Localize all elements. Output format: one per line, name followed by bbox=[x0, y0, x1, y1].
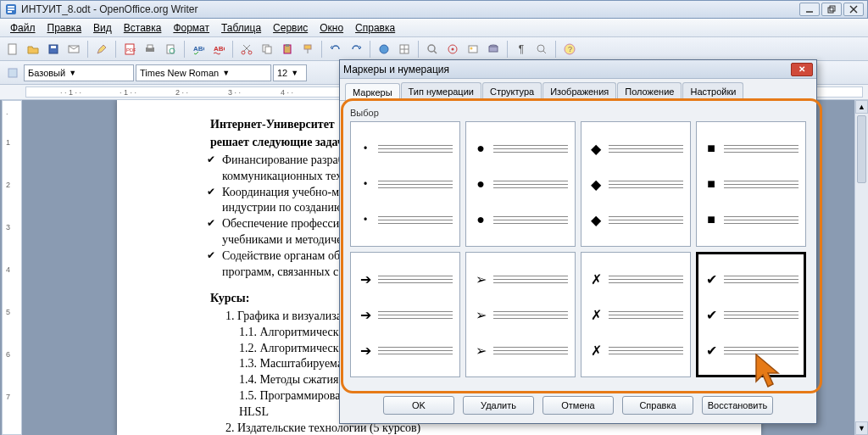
svg-rect-9 bbox=[8, 44, 16, 54]
menu-edit[interactable]: Правка bbox=[42, 20, 87, 36]
copy-button[interactable] bbox=[258, 40, 276, 59]
standard-toolbar: PDF ABC ABC ¶ ? bbox=[0, 37, 868, 61]
paste-button[interactable] bbox=[278, 40, 297, 59]
font-combo[interactable]: Times New Roman▼ bbox=[136, 64, 271, 81]
menu-view[interactable]: Вид bbox=[88, 20, 117, 36]
navigator-button[interactable] bbox=[443, 40, 462, 59]
dialog-titlebar[interactable]: Маркеры и нумерация ✕ bbox=[340, 60, 816, 79]
dialog-tabs: Маркеры Тип нумерации Структура Изображе… bbox=[340, 79, 816, 101]
menu-file[interactable]: Файл bbox=[5, 20, 41, 36]
scroll-down-icon[interactable]: ▼ bbox=[855, 421, 868, 435]
gallery-button[interactable] bbox=[464, 40, 482, 59]
size-combo[interactable]: 12▼ bbox=[273, 64, 307, 81]
zoom-button[interactable] bbox=[532, 40, 551, 59]
preview-button[interactable] bbox=[161, 40, 180, 59]
menu-table[interactable]: Таблица bbox=[216, 20, 266, 36]
tab-position[interactable]: Положение bbox=[617, 82, 682, 100]
svg-rect-6 bbox=[830, 6, 835, 11]
tab-options[interactable]: Настройки bbox=[682, 82, 743, 100]
print-button[interactable] bbox=[141, 40, 159, 59]
cut-button[interactable] bbox=[237, 40, 256, 59]
svg-rect-24 bbox=[265, 47, 271, 53]
spellcheck-button[interactable]: ABC bbox=[189, 40, 208, 59]
find-button[interactable] bbox=[423, 40, 442, 59]
scroll-thumb[interactable] bbox=[857, 115, 866, 183]
svg-line-34 bbox=[434, 51, 437, 53]
cursor-annotation-icon bbox=[753, 353, 787, 392]
vertical-scrollbar[interactable]: ▲ ▼ bbox=[854, 100, 868, 435]
delete-button[interactable]: Удалить bbox=[463, 396, 534, 415]
svg-rect-37 bbox=[469, 46, 477, 53]
redo-button[interactable] bbox=[347, 40, 365, 59]
bullet-option-3[interactable]: ■ ■ ■ bbox=[696, 121, 806, 247]
help-button[interactable]: Справка bbox=[622, 396, 693, 415]
svg-point-36 bbox=[452, 47, 454, 50]
pdf-button[interactable]: PDF bbox=[120, 40, 139, 59]
minimize-button[interactable] bbox=[799, 3, 820, 16]
menubar: Файл Правка Вид Вставка Формат Таблица С… bbox=[0, 19, 868, 37]
ok-button[interactable]: OK bbox=[383, 396, 454, 415]
menu-format[interactable]: Формат bbox=[168, 20, 214, 36]
svg-rect-27 bbox=[304, 45, 311, 49]
help-button[interactable]: ? bbox=[560, 40, 579, 59]
svg-rect-26 bbox=[286, 44, 289, 47]
app-icon bbox=[4, 3, 18, 16]
reset-button[interactable]: Восстановить bbox=[702, 396, 773, 415]
menu-window[interactable]: Окно bbox=[314, 20, 348, 36]
menu-tools[interactable]: Сервис bbox=[268, 20, 313, 36]
bullet-option-2[interactable]: ◆ ◆ ◆ bbox=[581, 121, 691, 247]
svg-point-41 bbox=[537, 45, 544, 52]
scroll-up-icon[interactable]: ▲ bbox=[855, 100, 868, 114]
svg-rect-45 bbox=[8, 69, 17, 77]
svg-rect-5 bbox=[828, 8, 833, 13]
svg-text:PDF: PDF bbox=[126, 47, 136, 53]
svg-point-38 bbox=[470, 47, 473, 49]
nonprint-button[interactable]: ¶ bbox=[512, 40, 531, 59]
bullets-dialog: Маркеры и нумерация ✕ Маркеры Тип нумера… bbox=[339, 59, 817, 424]
format-paint-button[interactable] bbox=[298, 40, 317, 59]
table-button[interactable] bbox=[395, 40, 414, 59]
cancel-button[interactable]: Отмена bbox=[542, 396, 614, 415]
bullet-option-5[interactable]: ➢ ➢ ➢ bbox=[465, 252, 576, 377]
hyperlink-button[interactable] bbox=[375, 40, 393, 59]
svg-point-29 bbox=[380, 45, 388, 53]
selection-label: Выбор bbox=[350, 108, 806, 118]
menu-help[interactable]: Справка bbox=[350, 20, 400, 36]
svg-rect-11 bbox=[51, 46, 56, 48]
save-button[interactable] bbox=[44, 40, 63, 59]
dialog-close-button[interactable]: ✕ bbox=[791, 63, 813, 76]
new-button[interactable] bbox=[3, 40, 22, 59]
edit-button[interactable] bbox=[92, 40, 111, 59]
svg-point-33 bbox=[428, 45, 435, 52]
bullet-option-4[interactable]: ➔ ➔ ➔ bbox=[350, 252, 460, 377]
close-button[interactable] bbox=[843, 3, 864, 16]
bullet-option-7[interactable]: ✔ ✔ ✔ bbox=[696, 252, 806, 377]
svg-line-42 bbox=[543, 51, 546, 53]
svg-text:ABC: ABC bbox=[193, 45, 204, 53]
titlebar: ИНТУИТ_8.odt - OpenOffice.org Writer bbox=[0, 0, 868, 19]
restore-button[interactable] bbox=[821, 3, 842, 16]
style-combo[interactable]: Базовый▼ bbox=[24, 64, 134, 81]
bullet-option-0[interactable]: • • • bbox=[350, 121, 460, 247]
menu-insert[interactable]: Вставка bbox=[119, 20, 167, 36]
undo-button[interactable] bbox=[326, 40, 345, 59]
tab-graphics[interactable]: Изображения bbox=[542, 82, 616, 100]
window-title: ИНТУИТ_8.odt - OpenOffice.org Writer bbox=[21, 3, 799, 15]
datasource-button[interactable] bbox=[484, 40, 503, 59]
autospell-button[interactable]: ABC bbox=[209, 40, 228, 59]
bullet-option-1[interactable]: ● ● ● bbox=[465, 121, 576, 247]
svg-rect-40 bbox=[489, 47, 498, 52]
mail-button[interactable] bbox=[64, 40, 83, 59]
tab-numbering-type[interactable]: Тип нумерации bbox=[401, 82, 481, 100]
styles-button[interactable] bbox=[3, 64, 22, 82]
vertical-ruler: · 1 2 3 4 5 6 7 bbox=[2, 100, 22, 435]
svg-rect-3 bbox=[8, 11, 12, 13]
tab-outline[interactable]: Структура bbox=[482, 82, 542, 100]
open-button[interactable] bbox=[24, 40, 42, 59]
dialog-body: Выбор • • • ● ● ● ◆ ◆ ◆ ■ ■ ■ bbox=[340, 101, 816, 384]
bullet-option-6[interactable]: ✗ ✗ ✗ bbox=[581, 252, 691, 377]
tab-markers[interactable]: Маркеры bbox=[345, 83, 400, 101]
svg-rect-2 bbox=[8, 8, 14, 10]
dialog-buttons: OK Удалить Отмена Справка Восстановить bbox=[340, 396, 816, 415]
bullet-grid: • • • ● ● ● ◆ ◆ ◆ ■ ■ ■ ➔ ➔ ➔ bbox=[350, 121, 806, 377]
